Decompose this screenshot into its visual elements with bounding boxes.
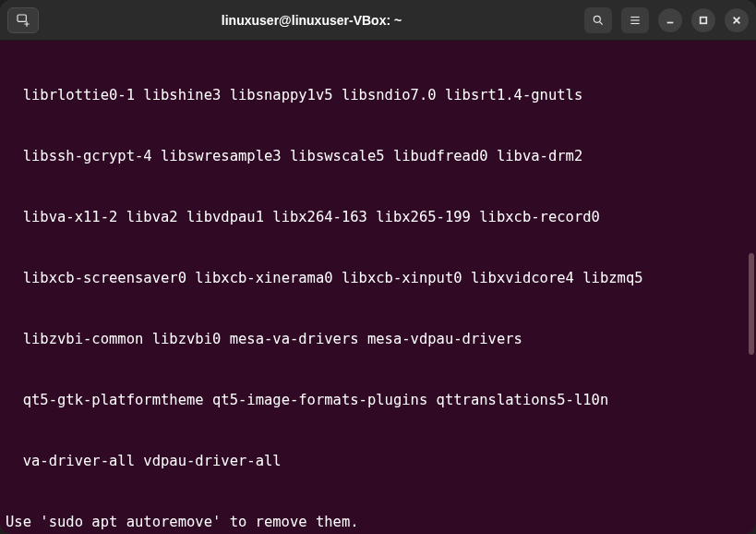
terminal-window: linuxuser@linuxuser-VBox: ~	[0, 0, 756, 534]
search-button[interactable]	[584, 7, 612, 33]
maximize-button[interactable]	[691, 8, 715, 32]
minimize-icon	[666, 16, 675, 25]
svg-line-4	[600, 21, 603, 24]
new-tab-button[interactable]	[7, 7, 39, 33]
svg-rect-9	[701, 17, 707, 23]
terminal-line: libzvbi-common libzvbi0 mesa-va-drivers …	[6, 329, 750, 349]
close-icon	[732, 16, 741, 25]
terminal-line: va-driver-all vdpau-driver-all	[6, 451, 750, 471]
hamburger-icon	[629, 14, 642, 27]
menu-button[interactable]	[621, 7, 649, 33]
terminal-line: Use 'sudo apt autoremove' to remove them…	[6, 512, 750, 532]
svg-point-3	[594, 16, 600, 22]
terminal-line: libva-x11-2 libva2 libvdpau1 libx264-163…	[6, 207, 750, 227]
terminal-body[interactable]: librlottie0-1 libshine3 libsnappy1v5 lib…	[0, 41, 756, 534]
terminal-line: libxcb-screensaver0 libxcb-xinerama0 lib…	[6, 268, 750, 288]
titlebar: linuxuser@linuxuser-VBox: ~	[0, 0, 756, 41]
terminal-line: libssh-gcrypt-4 libswresample3 libswscal…	[6, 146, 750, 166]
search-icon	[592, 14, 605, 27]
maximize-icon	[699, 16, 708, 25]
scrollbar-thumb[interactable]	[749, 253, 754, 355]
svg-rect-0	[18, 15, 26, 21]
titlebar-left	[7, 7, 39, 33]
new-tab-icon	[16, 13, 30, 28]
close-button[interactable]	[725, 8, 749, 32]
titlebar-right	[584, 7, 749, 33]
terminal-line: qt5-gtk-platformtheme qt5-image-formats-…	[6, 390, 750, 410]
terminal-line: librlottie0-1 libshine3 libsnappy1v5 lib…	[6, 85, 750, 105]
minimize-button[interactable]	[658, 8, 682, 32]
window-title: linuxuser@linuxuser-VBox: ~	[39, 13, 584, 28]
